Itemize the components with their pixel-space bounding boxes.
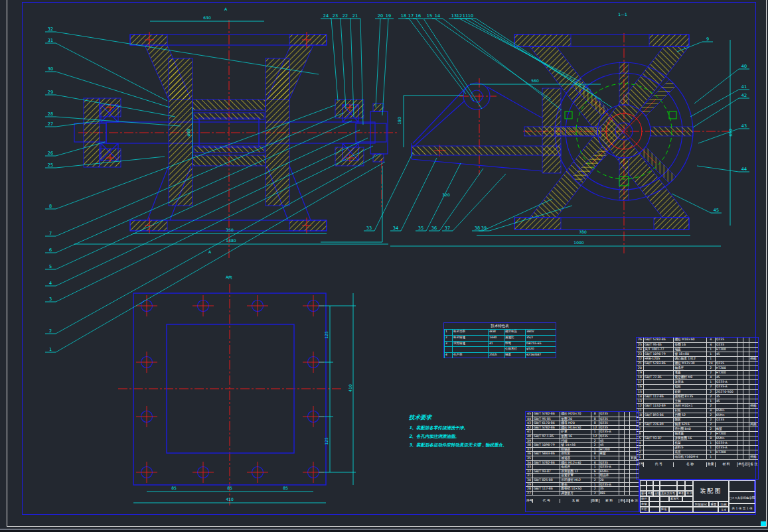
tech-table-title: 技术特性表	[444, 323, 556, 329]
bom-row: 3进料斗1Q235-A	[637, 445, 758, 450]
parts-list-right: 26GB/T 5782-86螺栓 M16×604Q23525GB/T 95-85…	[636, 337, 759, 480]
change-record-cell	[685, 486, 693, 491]
change-record-cell	[660, 480, 677, 486]
paper-edge-right	[766, 0, 767, 526]
change-row-label: 处数	[647, 491, 653, 496]
bom-row: 12GB/T 1152-89油杯 M10×12外购	[637, 403, 758, 408]
change-record-cell	[677, 480, 685, 486]
bom-row: 22HRB-1205调心轴承 13121外购	[637, 356, 758, 361]
bom-row: 43GB/T 6170-86螺母 M208Q235	[526, 421, 639, 425]
organization: □××大学机电学院	[729, 492, 755, 503]
change-row-label: 更改文件号	[660, 491, 677, 496]
change-row-label: 分区	[653, 491, 660, 496]
scale-value: 1:4	[718, 507, 729, 513]
bom-row: 40GB/T 97.1-85垫圈 1612Q235	[526, 434, 639, 438]
tech-table-row: 4生产率25t/h轴承6216/G87	[444, 352, 556, 358]
bom-row: 45GB/T 5782-86螺栓 M20×708Q235	[526, 412, 639, 417]
bom-header: 序号代 号名 称数量材 料单件总计备 注	[526, 495, 639, 505]
sheet-count: 共 1 张 第 1 张	[729, 503, 755, 513]
bom-row: 36GB/T 5843-86弹性套8橡胶	[526, 451, 639, 456]
bom-row: 19透盖2HT200	[637, 370, 758, 375]
bom-row: 20轴承座2HT200	[637, 366, 758, 370]
bom-row: 7密封圈 B402橡胶	[637, 427, 758, 431]
bom-row: 2底座1HT200	[637, 450, 758, 454]
bom-row: 35减速器1外购	[526, 456, 639, 460]
craft-label: 工艺	[640, 507, 649, 513]
bom-row: 13主轴145	[637, 399, 758, 403]
bom-row: 26GB/T 5782-86螺栓 M16×604Q235	[637, 338, 758, 342]
bom-row: 16辐板2Q235-A	[637, 384, 758, 389]
bom-row: 28GB/T 117-86圆锥销 10×50235	[526, 486, 639, 491]
bom-row: 11衬板465Mn	[637, 408, 758, 413]
bom-row: 42GB/T 5782-86螺栓 M16×5012Q235	[526, 425, 639, 430]
change-record-cell	[677, 486, 685, 491]
bom-row: 29罩壳1Q235-A	[526, 482, 639, 487]
change-record-cell	[640, 486, 647, 491]
change-row-label: 标记	[640, 491, 647, 496]
bom-row: 37联轴器1HT200	[526, 447, 639, 452]
bom-row: 1电动机 Y160M-41外购	[637, 454, 758, 459]
drawing-name: 装配图	[693, 480, 729, 501]
bom-row: 41护罩1Q235-A	[526, 429, 639, 434]
cad-viewport: 3231302928272625876543212423222120191817…	[0, 0, 768, 532]
bom-row: 9隔套2Q235	[637, 417, 758, 422]
weight-label: 重量	[709, 501, 718, 507]
bom-row: 24JB/T 1001-77端盖1HT200	[637, 347, 758, 352]
bom-row: 25GB/T 95-85垫圈 164Q235	[637, 342, 758, 347]
change-record-cell	[647, 480, 653, 486]
change-record-cell	[660, 486, 677, 491]
title-block-cell	[649, 496, 660, 501]
bom-row: 21GB/T 5783-86螺栓 M12×3024Q235	[637, 361, 758, 366]
bom-row: 34GB/T 5782-86螺栓 M12×406Q235	[526, 460, 639, 465]
paper-edge-bottom	[7, 526, 767, 527]
bom-row: 18GB/T 77-85紧定螺钉 M8445	[637, 375, 758, 379]
bom-row: 8GB/T 276-89轴承 62162外购	[637, 422, 758, 427]
title-block-cell	[669, 507, 693, 513]
bom-row: 17滚筒体1Q235-A	[637, 379, 758, 384]
change-record-cell	[653, 480, 660, 486]
tech-table-row: 3滚筒转速41型号GB755-65	[444, 341, 556, 347]
grip-handle[interactable]	[761, 521, 766, 526]
stage-label: 阶段标记	[693, 501, 709, 507]
title-block-cell	[649, 507, 660, 513]
bom-row: 27调整垫片208F	[526, 491, 639, 496]
change-record-cell	[647, 486, 653, 491]
bom-row: 4机架1Q235-A	[637, 440, 758, 445]
change-record-cell	[640, 480, 647, 486]
bom-row: 38GB/T 1096-79键 14×56245	[526, 442, 639, 447]
stage-cells	[693, 507, 718, 513]
bom-row: 23GB/T 1096-79键 18×80145	[637, 352, 758, 356]
design-label: 设计	[640, 496, 649, 501]
bom-row: 10GB/T 893-86挡圈 52265Mn	[637, 413, 758, 417]
parts-list-left: 45GB/T 5782-86螺栓 M20×708Q23544GB/T 95-85…	[525, 411, 639, 512]
standard-label: 标准化	[669, 496, 682, 501]
change-record-cell	[653, 486, 660, 491]
change-row-label: 年.月.日	[685, 491, 693, 496]
change-record-cell	[685, 480, 693, 486]
check-label: 审核	[640, 501, 649, 507]
bom-row: 14GB/T 117-86圆锥销 8×35235	[637, 394, 758, 399]
bom-row: 44GB/T 95-85垫圈 208Q235	[526, 417, 639, 421]
title-block-cell	[649, 501, 660, 507]
tech-table-row: 2电机转速1440减速比35/2	[444, 335, 556, 341]
drawing-number-cell	[729, 480, 755, 492]
bom-row: 31张紧装置1组合件	[526, 473, 639, 478]
bom-row: 6轴承盖2HT200	[637, 431, 758, 436]
bom-row: 15轮毂2ZG270-500	[637, 389, 758, 394]
bom-row: 39托辊245	[526, 438, 639, 443]
title-block-cell	[660, 501, 693, 507]
change-row-label: 签名	[677, 491, 685, 496]
bom-row: 33电机座1Q235-A	[526, 464, 639, 469]
bom-header: 序号代 号名 称数量材 料单件总计备 注	[637, 459, 758, 470]
bom-row: 32GB/T 93-87弹簧垫圈 12665Mn	[526, 469, 639, 474]
tech-characteristics-table: 技术特性表 1电机功率4kW额定电压380V2电机转速1440减速比35/23滚…	[443, 322, 556, 358]
paper-edge-left	[7, 0, 7, 526]
title-block: 装配图 阶段标记 重量 比例 1:4 □××大学机电学院 共 1 张 第 1 张…	[639, 480, 755, 512]
tech-table-row: 公称直径φ520	[444, 346, 556, 352]
bom-row: 5GB/T 93-87弹簧垫圈 16865Mn	[637, 436, 758, 440]
title-block-cell	[660, 496, 669, 501]
scale-label: 比例	[718, 501, 729, 507]
approve-label: 批准	[660, 507, 669, 513]
title-block-cell	[682, 496, 693, 501]
bom-row: 30GB/T 825-88吊环螺钉 M12220	[526, 478, 639, 482]
